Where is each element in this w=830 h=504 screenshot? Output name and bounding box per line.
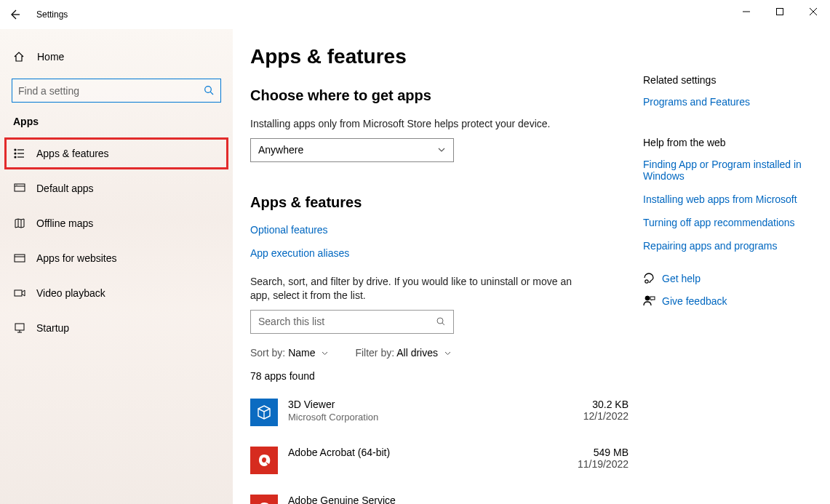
nav-label: Apps for websites (36, 252, 117, 264)
app-size: 30.2 KB (563, 399, 629, 410)
app-date: 12/1/2022 (563, 410, 629, 422)
optional-features-link[interactable]: Optional features (250, 224, 629, 236)
filter-label: Filter by: (355, 347, 394, 359)
minimize-button[interactable] (730, 0, 763, 23)
map-icon (13, 217, 26, 229)
programs-features-link[interactable]: Programs and Features (643, 96, 813, 108)
get-help-row[interactable]: Get help (643, 272, 813, 284)
help-icon (643, 272, 662, 284)
nav-apps-features[interactable]: Apps & features (4, 137, 228, 169)
help-link[interactable]: Repairing apps and programs (643, 240, 813, 252)
app-date: 11/19/2022 (563, 458, 629, 470)
help-link[interactable]: Turning off app recommendations (643, 217, 813, 228)
home-nav[interactable]: Home (0, 42, 233, 71)
category-label: Apps (0, 116, 233, 127)
app-icon (250, 399, 278, 426)
search-icon (436, 316, 446, 327)
app-count: 78 apps found (250, 370, 629, 382)
apps-websites-icon (13, 252, 26, 264)
video-icon (13, 287, 26, 299)
app-size: 549 MB (563, 447, 629, 458)
app-name: Adobe Acrobat (64-bit) (288, 447, 563, 458)
chevron-down-icon (321, 349, 329, 357)
app-list-item[interactable]: 3D Viewer Microsoft Corporation 30.2 KB … (250, 395, 629, 430)
chevron-down-icon (437, 145, 446, 154)
startup-icon (13, 322, 26, 334)
svg-point-4 (205, 87, 212, 93)
list-desc: Search, sort, and filter by drive. If yo… (250, 275, 578, 303)
app-list-item[interactable]: Adobe Acrobat (64-bit) 549 MB 11/19/2022 (250, 443, 629, 478)
get-help-link[interactable]: Get help (662, 273, 701, 284)
help-link[interactable]: Finding App or Program installed in Wind… (643, 159, 813, 182)
svg-point-13 (15, 153, 16, 154)
chevron-down-icon (444, 349, 452, 357)
svg-line-5 (210, 92, 213, 95)
close-button[interactable] (797, 0, 830, 23)
svg-point-24 (437, 318, 443, 324)
give-feedback-link[interactable]: Give feedback (662, 295, 727, 307)
back-button[interactable] (0, 0, 29, 29)
help-link[interactable]: Installing web apps from Microsoft (643, 193, 813, 205)
svg-point-12 (15, 149, 16, 151)
svg-rect-15 (15, 184, 25, 191)
svg-point-27 (645, 296, 650, 300)
sort-label: Sort by: (250, 347, 285, 359)
filter-value: All drives (396, 347, 438, 359)
svg-point-14 (15, 156, 16, 158)
sort-by-control[interactable]: Sort by: Name (250, 347, 329, 359)
nav-label: Startup (36, 322, 69, 334)
svg-line-25 (442, 323, 444, 325)
svg-rect-1 (777, 9, 783, 15)
nav-apps-websites[interactable]: Apps for websites (0, 242, 233, 274)
feedback-icon (643, 295, 662, 307)
nav-video-playback[interactable]: Video playback (0, 277, 233, 309)
related-heading: Related settings (643, 74, 813, 86)
nav-offline-maps[interactable]: Offline maps (0, 207, 233, 239)
app-source-select[interactable]: Anywhere (250, 138, 454, 162)
nav-label: Video playback (36, 287, 105, 299)
app-list-item[interactable]: Adobe Genuine Service (250, 491, 629, 504)
apps-features-heading: Apps & features (250, 194, 629, 211)
home-icon (13, 51, 25, 63)
maximize-button[interactable] (763, 0, 797, 23)
svg-point-17 (17, 185, 17, 185)
help-web-heading: Help from the web (643, 137, 813, 148)
settings-search[interactable] (12, 79, 221, 103)
svg-rect-20 (15, 290, 22, 296)
give-feedback-row[interactable]: Give feedback (643, 295, 813, 307)
list-icon (13, 148, 26, 159)
window-title: Settings (36, 9, 68, 20)
choose-desc: Installing apps only from Microsoft Stor… (250, 117, 629, 131)
sort-value: Name (288, 347, 315, 359)
app-publisher: Microsoft Corporation (288, 412, 563, 423)
search-icon (204, 85, 215, 96)
filter-by-control[interactable]: Filter by: All drives (355, 347, 452, 359)
nav-label: Default apps (36, 183, 94, 194)
svg-rect-28 (650, 297, 655, 300)
app-source-value: Anywhere (258, 144, 303, 156)
nav-label: Offline maps (36, 217, 93, 229)
app-aliases-link[interactable]: App execution aliases (250, 247, 629, 259)
nav-default-apps[interactable]: Default apps (0, 172, 233, 204)
app-name: 3D Viewer (288, 399, 563, 410)
choose-heading: Choose where to get apps (250, 87, 629, 104)
svg-rect-18 (15, 255, 25, 262)
settings-search-input[interactable] (18, 85, 204, 97)
app-icon (250, 447, 278, 474)
app-list-search[interactable] (250, 310, 454, 334)
app-list-search-input[interactable] (258, 316, 436, 327)
home-label: Home (37, 51, 64, 63)
nav-startup[interactable]: Startup (0, 312, 233, 344)
app-icon (250, 495, 278, 504)
app-name: Adobe Genuine Service (288, 495, 563, 504)
svg-rect-21 (15, 324, 24, 330)
svg-point-26 (645, 280, 648, 283)
default-apps-icon (13, 183, 26, 194)
nav-label: Apps & features (36, 148, 109, 159)
page-title: Apps & features (250, 45, 629, 68)
